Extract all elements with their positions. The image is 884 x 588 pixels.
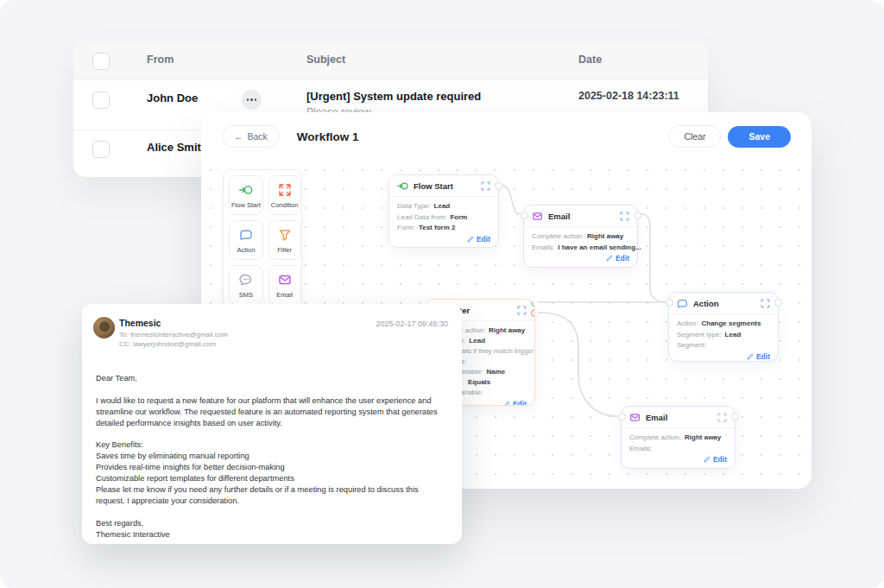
email-icon — [532, 211, 543, 222]
expand-node-icon[interactable] — [620, 212, 629, 221]
expand-node-icon[interactable] — [517, 306, 527, 315]
edit-node-link[interactable]: Edit — [677, 352, 770, 361]
page: From Subject Date John Doe [Urgent] Syst… — [0, 0, 884, 588]
expand-node-icon[interactable] — [717, 413, 727, 422]
palette-item-sms[interactable]: SMS — [229, 265, 263, 305]
output-port[interactable] — [774, 299, 782, 307]
email-icon — [278, 273, 292, 287]
edit-node-link[interactable]: Edit — [397, 235, 490, 243]
input-port[interactable] — [618, 413, 626, 420]
action-icon — [677, 298, 688, 309]
output-port[interactable] — [731, 413, 739, 420]
more-actions-button[interactable] — [242, 90, 262, 110]
select-all-checkbox[interactable] — [92, 53, 110, 70]
node-email-bottom[interactable]: Email Complete action:Right away Emails:… — [621, 406, 736, 469]
preview-to-line: To: themesicinteractive@gmail.com — [119, 331, 228, 338]
connector-email-action — [641, 214, 664, 302]
avatar — [93, 317, 115, 338]
palette-item-flow-start[interactable]: Flow Start — [229, 175, 263, 215]
back-arrow-icon: ← — [234, 131, 243, 142]
preview-body-text: Dear Team, I would like to request a new… — [96, 373, 448, 541]
flow-start-icon — [397, 180, 408, 192]
email-icon — [629, 412, 641, 423]
pencil-icon — [747, 353, 754, 360]
palette-item-action[interactable]: Action — [229, 220, 263, 260]
sender-name: Alice Smith — [147, 141, 208, 154]
condition-icon — [278, 183, 292, 197]
preview-sender-name: Themesic — [119, 318, 161, 328]
row-checkbox[interactable] — [92, 141, 110, 158]
edit-node-link[interactable]: Edit — [532, 254, 629, 262]
edit-node-link[interactable]: Edit — [629, 455, 727, 464]
column-date: Date — [578, 54, 602, 66]
mail-date: 2025-02-18 14:23:11 — [578, 90, 679, 102]
mail-subject: [Urgent] System update required — [306, 90, 481, 103]
column-subject: Subject — [306, 54, 345, 66]
dots-icon — [247, 98, 249, 101]
palette-item-condition[interactable]: Condition — [268, 175, 301, 215]
input-port[interactable] — [666, 299, 673, 307]
back-button[interactable]: ← Back — [222, 125, 280, 148]
preview-datetime: 2025-02-17 09:45:30 — [376, 319, 448, 328]
connector-filter-false-email — [539, 313, 617, 416]
pencil-icon — [467, 236, 474, 243]
node-email-top[interactable]: Email Complete action:Right away Emails:… — [523, 205, 638, 268]
false-output-port[interactable] — [531, 309, 535, 317]
sender-name: John Doe — [147, 92, 198, 104]
column-from: From — [147, 54, 174, 66]
expand-node-icon[interactable] — [761, 299, 770, 308]
node-palette: Flow Start Condition Action — [223, 169, 302, 311]
page-title: Workflow 1 — [297, 130, 359, 143]
flow-start-icon — [239, 183, 253, 197]
pencil-icon — [503, 401, 510, 406]
preview-cc-line: CC: lawyerjohndoe@gmail.com — [119, 340, 216, 348]
filter-icon — [278, 228, 292, 242]
email-list-header-row: From Subject Date — [73, 41, 708, 80]
node-flow-start[interactable]: Flow Start Data Type:Lead Lead Data from… — [388, 174, 499, 248]
output-port[interactable] — [634, 212, 641, 219]
connector-flowstart-email — [502, 186, 520, 214]
row-checkbox[interactable] — [92, 92, 110, 109]
node-action[interactable]: Action Action:Change segments Segment ty… — [668, 292, 779, 362]
expand-node-icon[interactable] — [481, 181, 490, 191]
email-preview-card: Themesic To: themesicinteractive@gmail.c… — [82, 304, 462, 544]
workflow-toolbar: ← Back Workflow 1 Clear Save — [201, 112, 811, 161]
save-button[interactable]: Save — [728, 126, 791, 148]
action-icon — [239, 228, 253, 242]
palette-item-filter[interactable]: Filter — [268, 220, 301, 260]
output-port[interactable] — [495, 182, 502, 190]
clear-button[interactable]: Clear — [668, 125, 721, 148]
palette-item-email[interactable]: Email — [268, 265, 301, 305]
input-port[interactable] — [521, 212, 528, 219]
sms-icon — [239, 273, 253, 287]
pencil-icon — [606, 255, 613, 262]
pencil-icon — [704, 456, 710, 463]
